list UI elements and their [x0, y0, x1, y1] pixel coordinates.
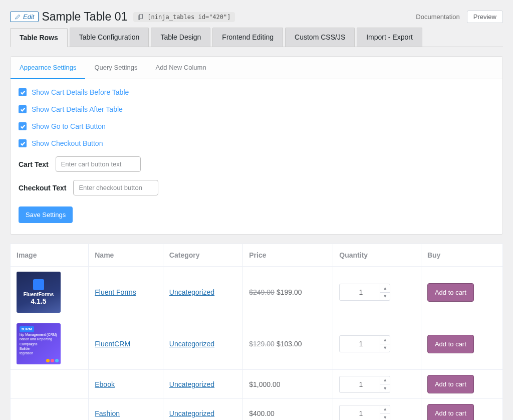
cell-buy: Add to cart: [421, 370, 502, 399]
category-link[interactable]: Uncategorized: [169, 340, 214, 348]
col-price: Price: [243, 244, 333, 267]
table-row: EbookUncategorized$1,000.00▲▼Add to cart: [11, 370, 503, 399]
qty-spinner: ▲▼: [380, 405, 390, 421]
price: $400.00: [249, 409, 275, 417]
cell-category: Uncategorized: [163, 399, 242, 421]
cell-quantity: ▲▼: [333, 267, 421, 318]
checkbox-label-0[interactable]: Show Cart Details Before Table: [32, 88, 129, 96]
cell-quantity: ▲▼: [333, 318, 421, 370]
col-name: Name: [89, 244, 163, 267]
preview-button[interactable]: Preview: [467, 11, 503, 23]
checkbox-3[interactable]: [19, 139, 27, 147]
tab-table-rows[interactable]: Table Rows: [10, 28, 68, 47]
cart-text-row: Cart Text: [19, 156, 494, 172]
product-thumbnail: tCRMhip Management (CRM)bation and Repor…: [17, 323, 61, 364]
qty-spinner: ▲▼: [380, 376, 390, 392]
cell-category: Uncategorized: [163, 267, 242, 318]
qty-up-button[interactable]: ▲: [380, 336, 390, 344]
check-row-2: Show Go to Cart Button: [19, 122, 494, 130]
tab-frontend-editing[interactable]: Frontend Editing: [212, 28, 283, 47]
checkbox-label-3[interactable]: Show Checkout Button: [32, 139, 103, 147]
header-right: Documentation Preview: [416, 11, 503, 23]
subtab-add-new-column[interactable]: Add New Column: [146, 57, 215, 79]
table-row: tCRMhip Management (CRM)bation and Repor…: [11, 318, 503, 370]
shortcode-box[interactable]: [ninja_tables id="420"]: [133, 12, 234, 22]
checkbox-0[interactable]: [19, 88, 27, 96]
checkout-text-label: Checkout Text: [19, 184, 66, 192]
qty-down-button[interactable]: ▼: [380, 293, 390, 301]
checkout-text-row: Checkout Text: [19, 180, 494, 195]
checkbox-2[interactable]: [19, 122, 27, 130]
qty-up-button[interactable]: ▲: [380, 376, 390, 385]
category-link[interactable]: Uncategorized: [169, 409, 214, 417]
cell-buy: Add to cart: [421, 318, 502, 370]
cell-category: Uncategorized: [163, 370, 242, 399]
subtab-query-settings[interactable]: Query Settings: [85, 57, 146, 79]
checkbox-label-2[interactable]: Show Go to Cart Button: [32, 122, 106, 130]
cell-quantity: ▲▼: [333, 399, 421, 421]
col-buy: Buy: [421, 244, 502, 267]
cell-image: tCRMhip Management (CRM)bation and Repor…: [11, 318, 89, 370]
cell-quantity: ▲▼: [333, 370, 421, 399]
sub-tabs: Appearnce SettingsQuery SettingsAdd New …: [11, 57, 502, 79]
qty-down-button[interactable]: ▼: [380, 344, 390, 352]
cell-buy: Add to cart: [421, 267, 502, 318]
documentation-link[interactable]: Documentation: [416, 13, 459, 21]
cell-buy: Add to cart: [421, 399, 502, 421]
table-row: FashionUncategorized$400.00▲▼Add to cart: [11, 399, 503, 421]
col-image: Image: [11, 244, 89, 267]
product-name-link[interactable]: Fluent Forms: [95, 288, 136, 296]
price: $1,000.00: [249, 380, 280, 388]
qty-down-button[interactable]: ▼: [380, 384, 390, 392]
cell-name: Fluent Forms: [89, 267, 163, 318]
tab-table-configuration[interactable]: Table Configuration: [70, 28, 149, 47]
category-link[interactable]: Uncategorized: [169, 380, 214, 388]
cell-price: $400.00: [243, 399, 333, 421]
qty-up-button[interactable]: ▲: [380, 405, 390, 414]
save-settings-button[interactable]: Save Settings: [19, 206, 73, 223]
checkout-text-input[interactable]: [73, 180, 158, 195]
cell-price: $249.00$199.00: [243, 267, 333, 318]
copy-icon: [137, 14, 144, 21]
add-to-cart-button[interactable]: Add to cart: [427, 375, 474, 393]
product-name-link[interactable]: FluentCRM: [95, 340, 130, 348]
category-link[interactable]: Uncategorized: [169, 288, 214, 296]
add-to-cart-button[interactable]: Add to cart: [427, 283, 474, 302]
checkbox-1[interactable]: [19, 105, 27, 113]
qty-up-button[interactable]: ▲: [380, 284, 390, 293]
cell-price: $1,000.00: [243, 370, 333, 399]
cart-text-input[interactable]: [56, 156, 141, 172]
checkbox-label-1[interactable]: Show Cart Details After Table: [32, 105, 123, 113]
products-table: ImageNameCategoryPriceQuantityBuy Fluent…: [10, 244, 503, 420]
product-name-link[interactable]: Fashion: [95, 409, 120, 417]
add-to-cart-button[interactable]: Add to cart: [427, 335, 474, 353]
cell-category: Uncategorized: [163, 318, 242, 370]
check-row-0: Show Cart Details Before Table: [19, 88, 494, 96]
qty-down-button[interactable]: ▼: [380, 413, 390, 420]
cell-name: Ebook: [89, 370, 163, 399]
cell-name: FluentCRM: [89, 318, 163, 370]
check-row-3: Show Checkout Button: [19, 139, 494, 147]
table-row: FluentForms4.1.5Fluent FormsUncategorize…: [11, 267, 503, 318]
cell-price: $129.00$103.00: [243, 318, 333, 370]
tab-custom-css-js[interactable]: Custom CSS/JS: [285, 28, 355, 47]
add-to-cart-button[interactable]: Add to cart: [427, 404, 474, 420]
product-name-link[interactable]: Ebook: [95, 380, 115, 388]
qty-spinner: ▲▼: [380, 284, 390, 300]
tab-table-design[interactable]: Table Design: [151, 28, 210, 47]
shortcode-text: [ninja_tables id="420"]: [147, 14, 230, 21]
subtab-appearnce-settings[interactable]: Appearnce Settings: [11, 57, 85, 79]
check-row-1: Show Cart Details After Table: [19, 105, 494, 113]
tab-import-export[interactable]: Import - Export: [357, 28, 422, 47]
col-category: Category: [163, 244, 242, 267]
cell-name: Fashion: [89, 399, 163, 421]
edit-button[interactable]: Edit: [10, 12, 39, 22]
price: $199.00: [277, 288, 302, 296]
header-left: Edit Sample Table 01 [ninja_tables id="4…: [10, 10, 235, 24]
main-tabs: Table RowsTable ConfigurationTable Desig…: [10, 28, 503, 47]
old-price: $249.00: [249, 288, 275, 296]
edit-label: Edit: [23, 13, 34, 21]
page-title: Sample Table 01: [42, 10, 127, 24]
settings-panel: Appearnce SettingsQuery SettingsAdd New …: [10, 56, 503, 235]
cell-image: [11, 399, 89, 421]
